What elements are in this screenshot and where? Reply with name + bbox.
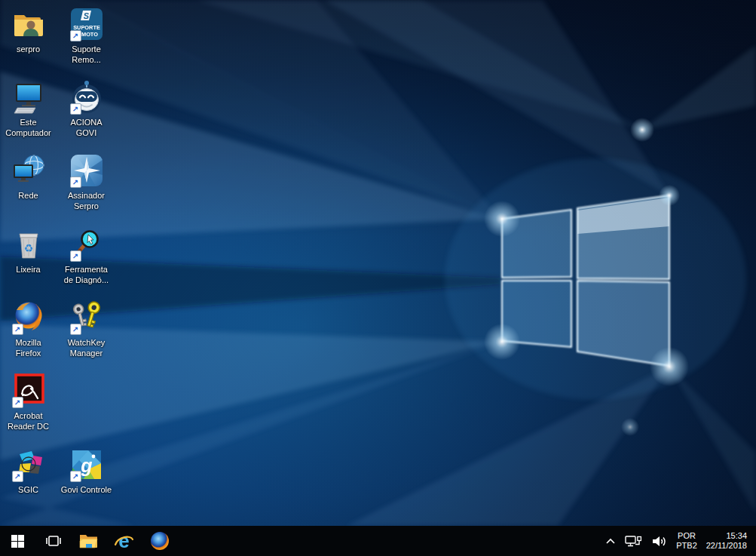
icon-label: Ferramentade Diagnó...: [64, 265, 109, 285]
firefox-icon: [150, 531, 170, 551]
chevron-up-icon: [605, 537, 616, 545]
file-explorer-icon: [79, 533, 98, 549]
ethernet-network-icon: [625, 535, 643, 548]
task-view-icon: [44, 534, 63, 548]
shortcut-arrow-icon: ↗: [12, 397, 23, 408]
desktop-icon-serpro[interactable]: serpro: [0, 6, 57, 55]
icon-label: SGIC: [18, 485, 38, 496]
windows-desktop: serpro S SUPORTE MOTO ↗ SuporteRemo... E…: [0, 0, 756, 556]
shortcut-arrow-icon: ↗: [70, 250, 81, 262]
desktop-icon-govi-controle[interactable]: g ↗ Govi Controle: [58, 447, 115, 496]
icon-label: Govi Controle: [61, 485, 112, 496]
svg-text:e: e: [118, 531, 129, 551]
desktop-icon-este-computador[interactable]: EsteComputador: [0, 79, 57, 138]
shortcut-arrow-icon: ↗: [12, 471, 23, 482]
desktop-icon-suporte-remoto[interactable]: S SUPORTE MOTO ↗ SuporteRemo...: [58, 6, 115, 65]
windows-start-icon: [11, 535, 24, 548]
firefox-taskbar-button[interactable]: [142, 526, 177, 556]
start-button[interactable]: [0, 526, 35, 556]
svg-text:S: S: [83, 11, 89, 20]
clock-date: 22/11/2018: [706, 541, 747, 551]
desktop-icon-rede[interactable]: Rede: [0, 152, 57, 201]
icon-label: Rede: [18, 191, 38, 201]
desktop-icon-ferramenta-diagnostico[interactable]: ↗ Ferramentade Diagnó...: [58, 226, 115, 285]
icon-label: SuporteRemo...: [72, 45, 101, 65]
network-tray-button[interactable]: [620, 526, 647, 556]
system-tray: POR PTB2 15:34 22/11/2018: [601, 526, 756, 556]
clock-time: 15:34: [706, 531, 747, 541]
internet-explorer-icon: e: [114, 531, 134, 551]
desktop-icon-sgic[interactable]: ↗ SGIC: [0, 447, 57, 496]
taskbar: e: [0, 526, 756, 556]
language-line1: POR: [676, 531, 697, 541]
icon-label: ACIONAGOVI: [70, 118, 102, 138]
icon-label: WatchKeyManager: [68, 338, 106, 358]
show-hidden-icons-button[interactable]: [601, 526, 620, 556]
clock[interactable]: 15:34 22/11/2018: [702, 526, 750, 556]
desktop-icon-lixeira[interactable]: ♻ Lixeira: [0, 226, 57, 275]
svg-text:MOTO: MOTO: [81, 31, 97, 38]
icon-label: serpro: [17, 45, 40, 55]
language-line2: PTB2: [676, 541, 697, 551]
icon-label: MozillaFirefox: [15, 338, 41, 358]
desktop-icon-mozilla-firefox[interactable]: ↗ MozillaFirefox: [0, 300, 57, 358]
shortcut-arrow-icon: ↗: [70, 103, 81, 115]
desktop-icon-acrobat-reader[interactable]: ↗ AcrobatReader DC: [0, 373, 57, 432]
language-indicator[interactable]: POR PTB2: [672, 526, 702, 556]
shortcut-arrow-icon: ↗: [70, 471, 81, 482]
shortcut-arrow-icon: ↗: [12, 324, 23, 335]
task-view-button[interactable]: [35, 526, 71, 556]
user-folder-icon: [11, 6, 47, 42]
recycle-bin-icon: ♻: [11, 226, 47, 263]
icon-label: AcrobatReader DC: [8, 411, 49, 432]
speaker-icon: [652, 535, 667, 548]
shortcut-arrow-icon: ↗: [70, 324, 81, 335]
network-globe-icon: [11, 152, 47, 189]
svg-text:g: g: [80, 455, 92, 476]
desktop-icon-assinador-serpro[interactable]: ↗ AssinadorSerpro: [58, 152, 115, 211]
file-explorer-button[interactable]: [71, 526, 106, 556]
shortcut-arrow-icon: ↗: [70, 30, 81, 41]
desktop-icon-aciona-govi[interactable]: ↗ ACIONAGOVI: [58, 79, 115, 138]
icon-label: Lixeira: [16, 265, 40, 275]
shortcut-arrow-icon: ↗: [70, 177, 81, 188]
desktop-icon-watchkey-manager[interactable]: ↗ WatchKeyManager: [58, 300, 115, 358]
volume-tray-button[interactable]: [647, 526, 672, 556]
icon-label: AssinadorSerpro: [68, 191, 105, 211]
this-pc-icon: [11, 79, 47, 115]
svg-text:♻: ♻: [23, 242, 33, 254]
icon-label: EsteComputador: [5, 118, 51, 138]
internet-explorer-button[interactable]: e: [106, 526, 142, 556]
